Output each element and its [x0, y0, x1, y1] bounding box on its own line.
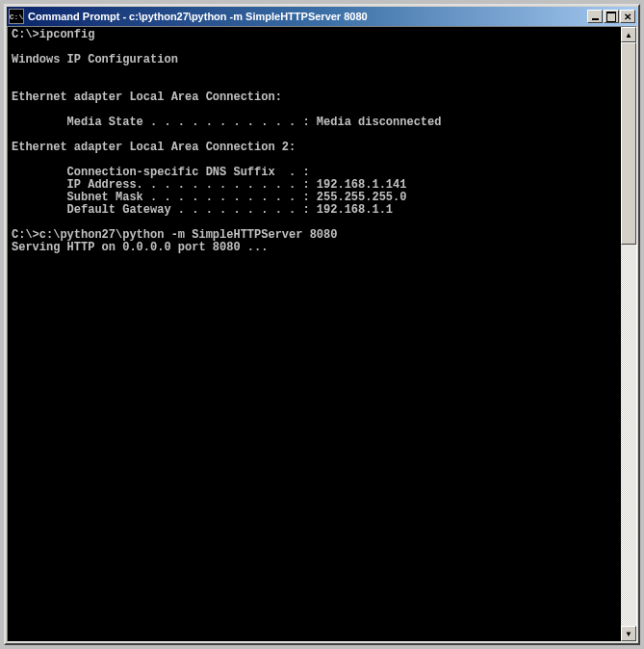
scroll-down-button[interactable]: ▼	[621, 626, 636, 641]
minimize-button[interactable]	[587, 10, 603, 23]
titlebar[interactable]: C:\ Command Prompt - c:\python27\python …	[7, 7, 637, 26]
command-prompt-window: C:\ Command Prompt - c:\python27\python …	[4, 4, 640, 645]
app-icon[interactable]: C:\	[9, 9, 24, 24]
window-controls: ✕	[587, 10, 635, 23]
scrollbar-thumb[interactable]	[621, 42, 636, 245]
console-output[interactable]: C:\>ipconfig Windows IP Configuration Et…	[8, 27, 621, 641]
vertical-scrollbar[interactable]: ▲ ▼	[621, 27, 636, 641]
scrollbar-track[interactable]	[621, 42, 636, 626]
scroll-up-button[interactable]: ▲	[621, 27, 636, 42]
client-area: C:\>ipconfig Windows IP Configuration Et…	[7, 26, 637, 642]
close-button[interactable]: ✕	[620, 10, 635, 23]
maximize-button[interactable]	[604, 10, 619, 23]
window-title: Command Prompt - c:\python27\python -m S…	[28, 11, 587, 22]
